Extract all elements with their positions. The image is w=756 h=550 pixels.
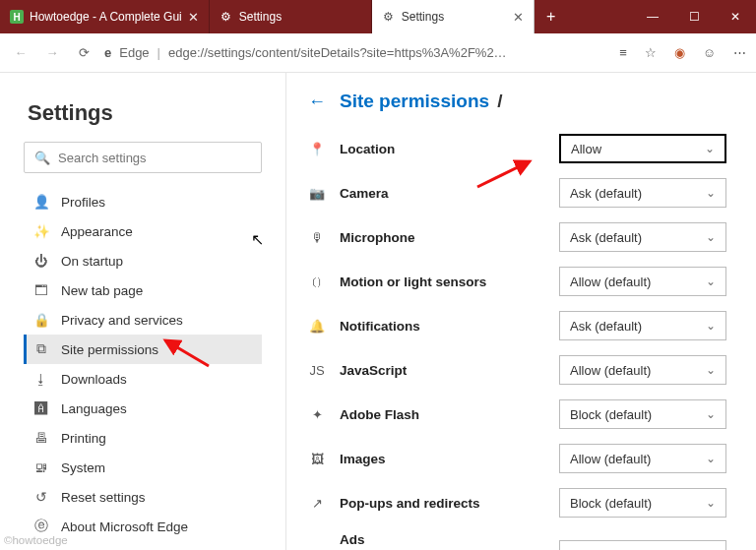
browser-toolbar: ← → ⟳ e Edge | edge://settings/content/s… xyxy=(0,33,756,73)
sidebar-item-site-permissions[interactable]: ⧉Site permissions xyxy=(24,335,262,364)
permission-row-javascript: JSJavaScriptAllow (default)⌄ xyxy=(308,349,726,391)
back-arrow-button[interactable]: ← xyxy=(308,92,326,112)
new-tab-button[interactable]: + xyxy=(535,0,568,33)
chevron-down-icon: ⌄ xyxy=(706,186,716,200)
window-controls: — ☐ ✕ xyxy=(632,0,756,33)
settings-main: ← Site permissions / 📍LocationAllow⌄📷Cam… xyxy=(286,73,756,550)
permission-select[interactable]: Allow⌄ xyxy=(559,134,726,163)
permission-icon: JS xyxy=(308,363,326,378)
permission-row-camera: 📷CameraAsk (default)⌄ xyxy=(308,172,726,214)
page-title: Site permissions / xyxy=(340,91,503,112)
tab-title: Howtoedge - A Complete Gui xyxy=(30,10,182,24)
permission-label: Images xyxy=(340,452,545,466)
sidebar-item-new-tab-page[interactable]: 🗔New tab page xyxy=(24,275,262,305)
window-close-button[interactable]: ✕ xyxy=(715,0,756,33)
sidebar-item-languages[interactable]: 🅰Languages xyxy=(24,394,262,423)
browser-tab-2[interactable]: ⚙ Settings ✕ xyxy=(372,0,535,33)
nav-icon: ↺ xyxy=(33,489,49,505)
sidebar-item-downloads[interactable]: ⭳Downloads xyxy=(24,364,262,394)
settings-heading: Settings xyxy=(28,100,262,126)
sidebar-item-profiles[interactable]: 👤Profiles xyxy=(24,187,262,216)
nav-label: Languages xyxy=(61,401,127,416)
settings-sidebar: Settings 🔍 👤Profiles✨Appearance⏻On start… xyxy=(0,73,286,550)
chevron-down-icon: ⌄ xyxy=(706,275,716,288)
chevron-down-icon: ⌄ xyxy=(706,452,716,465)
permission-select[interactable]: Block (default)⌄ xyxy=(559,540,726,550)
browser-tab-0[interactable]: H Howtoedge - A Complete Gui ✕ xyxy=(0,0,210,33)
permission-row-pop-ups-and-redirects: ↗Pop-ups and redirectsBlock (default)⌄ xyxy=(308,482,726,523)
separator: | xyxy=(158,45,160,60)
nav-icon: 🖳 xyxy=(33,460,49,475)
permission-row-motion-or-light-sensors: ⟮⟯Motion or light sensorsAllow (default)… xyxy=(308,261,726,302)
menu-icon[interactable]: ⋯ xyxy=(733,45,746,60)
forward-button[interactable]: → xyxy=(41,42,63,64)
sidebar-item-system[interactable]: 🖳System xyxy=(24,453,262,482)
settings-content: Settings 🔍 👤Profiles✨Appearance⏻On start… xyxy=(0,73,756,550)
nav-icon: 🖶 xyxy=(33,431,49,446)
browser-tab-1[interactable]: ⚙ Settings xyxy=(210,0,372,33)
permission-icon: ⟮⟯ xyxy=(308,275,326,289)
permission-select[interactable]: Block (default)⌄ xyxy=(559,488,726,518)
nav-label: About Microsoft Edge xyxy=(61,519,188,534)
tab-close-icon[interactable]: ✕ xyxy=(188,10,199,25)
permission-select[interactable]: Allow (default)⌄ xyxy=(559,355,726,385)
permission-value: Allow (default) xyxy=(570,363,651,378)
nav-label: Profiles xyxy=(61,195,105,210)
permission-label: Location xyxy=(340,142,545,156)
permission-select[interactable]: Ask (default)⌄ xyxy=(559,311,726,340)
nav-label: Appearance xyxy=(61,224,133,239)
nav-icon: 🗔 xyxy=(33,283,49,298)
permission-row-images: 🖼ImagesAllow (default)⌄ xyxy=(308,438,726,479)
permission-select[interactable]: Ask (default)⌄ xyxy=(559,178,726,208)
nav-label: Privacy and services xyxy=(61,313,183,328)
feedback-icon[interactable]: ☺ xyxy=(703,45,716,60)
permission-label: Motion or light sensors xyxy=(340,275,545,289)
window-minimize-button[interactable]: — xyxy=(632,0,673,33)
permission-label: Notifications xyxy=(340,319,545,334)
permission-select[interactable]: Block (default)⌄ xyxy=(559,399,726,429)
window-maximize-button[interactable]: ☐ xyxy=(673,0,715,33)
permission-value: Allow (default) xyxy=(570,275,651,289)
reader-icon[interactable]: ≡ xyxy=(619,45,627,60)
tab-strip: H Howtoedge - A Complete Gui ✕ ⚙ Setting… xyxy=(0,0,632,33)
permission-row-adobe-flash: ✦Adobe FlashBlock (default)⌄ xyxy=(308,394,726,435)
nav-label: On startup xyxy=(61,254,123,269)
permission-select[interactable]: Ask (default)⌄ xyxy=(559,222,726,252)
extension-icon[interactable]: ◉ xyxy=(674,45,685,60)
back-button[interactable]: ← xyxy=(10,42,32,64)
permission-select[interactable]: Allow (default)⌄ xyxy=(559,267,726,296)
permission-icon: ✦ xyxy=(308,407,326,422)
tab-title: Settings xyxy=(402,10,507,24)
sidebar-item-on-startup[interactable]: ⏻On startup xyxy=(24,246,262,275)
permission-label: Microphone xyxy=(340,230,545,245)
nav-icon: 🅰 xyxy=(33,401,49,416)
search-settings[interactable]: 🔍 xyxy=(24,142,262,173)
permission-value: Block (default) xyxy=(570,496,652,511)
nav-icon: 🔒 xyxy=(33,312,49,328)
permission-icon: 📷 xyxy=(308,186,326,201)
permission-value: Ask (default) xyxy=(570,230,642,245)
permission-select[interactable]: Allow (default)⌄ xyxy=(559,444,726,473)
nav-icon: ⓔ xyxy=(33,518,49,535)
page-header: ← Site permissions / xyxy=(308,91,726,112)
permission-label: AdsBlock if site shows intrusive or misl… xyxy=(340,532,545,550)
search-input[interactable] xyxy=(58,151,251,165)
tab-close-icon[interactable]: ✕ xyxy=(513,10,524,25)
sidebar-item-privacy-and-services[interactable]: 🔒Privacy and services xyxy=(24,305,262,335)
sidebar-item-printing[interactable]: 🖶Printing xyxy=(24,423,262,453)
sidebar-item-appearance[interactable]: ✨Appearance xyxy=(24,216,262,246)
favorite-icon[interactable]: ☆ xyxy=(645,45,657,60)
url-scheme-label: Edge xyxy=(119,45,149,60)
permission-icon: 🖼 xyxy=(308,452,326,466)
address-bar[interactable]: e Edge | edge://settings/content/siteDet… xyxy=(104,45,609,60)
gear-icon: ⚙ xyxy=(220,10,233,24)
refresh-button[interactable]: ⟳ xyxy=(73,42,94,64)
permission-value: Block (default) xyxy=(570,407,652,422)
toolbar-actions: ≡ ☆ ◉ ☺ ⋯ xyxy=(619,45,746,60)
nav-icon: ⭳ xyxy=(33,372,49,387)
nav-label: System xyxy=(61,460,105,475)
sidebar-item-reset-settings[interactable]: ↺Reset settings xyxy=(24,482,262,512)
permission-value: Allow (default) xyxy=(570,452,651,466)
tab-title: Settings xyxy=(239,10,361,24)
watermark: ©howtoedge xyxy=(4,534,68,546)
